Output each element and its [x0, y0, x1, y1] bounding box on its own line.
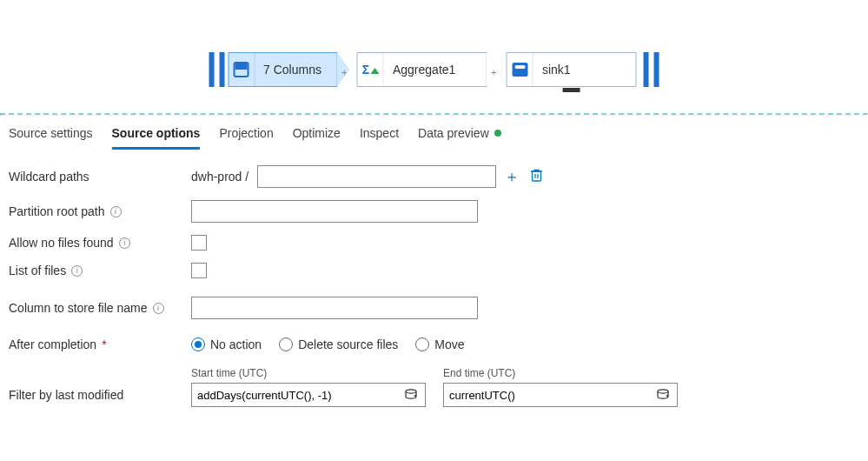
- tab-data-preview[interactable]: Data preview: [418, 126, 501, 150]
- end-time-input[interactable]: [444, 389, 649, 402]
- svg-point-2: [658, 390, 668, 393]
- expression-builder-icon[interactable]: [397, 389, 425, 401]
- sink-icon: [512, 63, 527, 77]
- start-time-input[interactable]: [192, 389, 397, 402]
- radio-dot-icon: [191, 337, 205, 351]
- radio-move-label: Move: [434, 337, 464, 351]
- required-asterisk: *: [102, 337, 106, 351]
- add-branch-icon[interactable]: +: [341, 67, 347, 77]
- end-time-expression-box[interactable]: [443, 383, 678, 407]
- radio-move[interactable]: Move: [415, 337, 464, 351]
- tab-data-preview-label: Data preview: [418, 126, 489, 140]
- sink-node[interactable]: sink1: [507, 52, 637, 87]
- tab-inspect[interactable]: Inspect: [360, 126, 399, 150]
- aggregate-icon: Σ: [362, 63, 379, 77]
- data-flow-canvas[interactable]: 7 Columns + Σ Aggregate1 + sink1: [0, 0, 868, 113]
- info-icon[interactable]: i: [71, 265, 83, 277]
- svg-point-1: [406, 390, 416, 393]
- filter-modified-label: Filter by last modified: [9, 388, 123, 402]
- list-of-files-label: List of files: [9, 264, 66, 277]
- info-icon[interactable]: i: [153, 303, 164, 314]
- list-of-files-checkbox[interactable]: [191, 263, 207, 278]
- status-dot-icon: [494, 130, 501, 137]
- start-time-expression-box[interactable]: [191, 383, 426, 407]
- radio-no-action[interactable]: No action: [191, 337, 262, 351]
- add-path-icon[interactable]: ＋: [503, 169, 520, 184]
- end-time-caption: End time (UTC): [443, 367, 678, 379]
- info-icon[interactable]: i: [110, 206, 122, 217]
- add-branch-icon[interactable]: +: [491, 67, 496, 77]
- radio-dot-icon: [415, 337, 429, 351]
- allow-no-files-checkbox[interactable]: [191, 235, 207, 251]
- radio-delete-source[interactable]: Delete source files: [279, 337, 398, 351]
- expression-builder-icon[interactable]: [649, 389, 677, 401]
- tab-source-settings[interactable]: Source settings: [9, 126, 93, 150]
- delete-path-icon[interactable]: [527, 168, 545, 185]
- tabs-row: Source settings Source options Projectio…: [0, 116, 868, 150]
- aggregate-node-label: Aggregate1: [384, 63, 471, 77]
- column-store-label: Column to store file name: [9, 301, 148, 315]
- wildcard-path-input[interactable]: [257, 165, 496, 188]
- start-time-caption: Start time (UTC): [191, 367, 426, 379]
- radio-delete-source-label: Delete source files: [298, 337, 398, 351]
- allow-no-files-label: Allow no files found: [9, 236, 114, 250]
- after-completion-radio-group: No action Delete source files Move: [191, 337, 465, 351]
- sink-node-label: sink1: [533, 63, 586, 77]
- source-node[interactable]: 7 Columns: [228, 52, 338, 87]
- wildcard-paths-label: Wildcard paths: [9, 170, 191, 184]
- sink-handle[interactable]: [563, 88, 580, 92]
- column-store-input[interactable]: [191, 297, 478, 319]
- source-options-form: Wildcard paths dwh-prod / ＋ Partition ro…: [0, 150, 868, 437]
- after-completion-label: After completion: [9, 337, 96, 351]
- wildcard-prefix: dwh-prod /: [191, 170, 248, 184]
- info-icon[interactable]: i: [119, 237, 130, 249]
- partition-root-label: Partition root path: [9, 204, 105, 218]
- aggregate-node[interactable]: Σ Aggregate1: [357, 52, 487, 87]
- source-icon: [234, 62, 249, 77]
- tab-projection[interactable]: Projection: [219, 126, 273, 150]
- partition-root-input[interactable]: [191, 200, 478, 223]
- tab-optimize[interactable]: Optimize: [293, 126, 341, 150]
- tab-source-options[interactable]: Source options: [112, 126, 201, 150]
- radio-dot-icon: [279, 337, 293, 351]
- source-node-label: 7 Columns: [255, 63, 337, 77]
- svg-rect-0: [532, 171, 540, 181]
- radio-no-action-label: No action: [210, 337, 262, 351]
